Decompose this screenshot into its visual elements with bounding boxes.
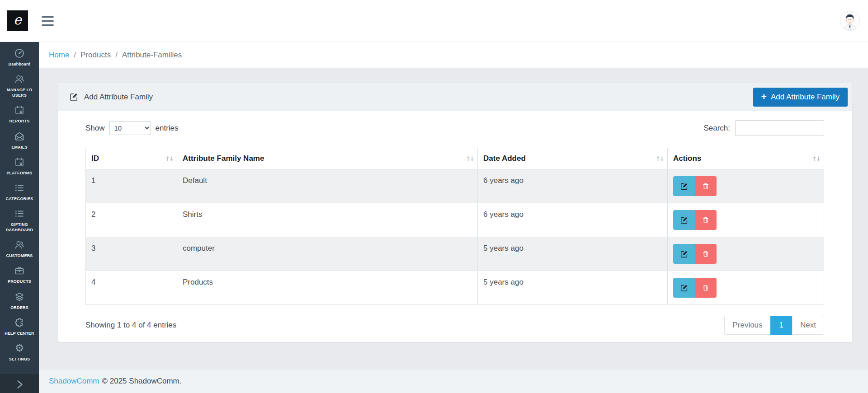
breadcrumb-products[interactable]: Products (80, 51, 111, 60)
sidebar-item-settings[interactable]: ⚙ SETTINGS (0, 339, 39, 365)
page-length-control: Show 10 entries (85, 121, 179, 135)
trash-icon (702, 216, 709, 224)
trash-icon (702, 250, 709, 257)
cell-actions (668, 237, 824, 271)
sidebar-item-products[interactable]: PRODUCTS (0, 262, 39, 287)
user-avatar[interactable] (840, 11, 860, 31)
calendar-icon (14, 104, 25, 116)
footer-copyright: © 2025 ShadowComm. (102, 377, 182, 386)
edit-button[interactable] (673, 210, 695, 230)
table-info: Showing 1 to 4 of 4 entries (85, 321, 176, 330)
briefcase-icon (14, 265, 25, 276)
list-icon (14, 208, 25, 220)
sidebar-item-help-center[interactable]: HELP CENTER (0, 313, 39, 339)
cell-actions (668, 169, 824, 203)
cell-name: Default (177, 169, 478, 203)
gear-icon: ⚙ (14, 342, 25, 354)
sort-icon: ↑↓ (812, 155, 820, 162)
sidebar-item-orders[interactable]: ORDERS (0, 288, 39, 313)
page-length-select[interactable]: 10 (109, 121, 151, 135)
column-header-id[interactable]: ID ↑↓ (86, 148, 177, 169)
cell-name: Shirts (177, 203, 478, 237)
puzzle-icon (14, 317, 25, 328)
users-icon (14, 239, 25, 251)
column-header-name[interactable]: Attribute Family Name ↑↓ (177, 148, 478, 169)
trash-icon (702, 182, 709, 190)
sort-icon: ↑↓ (466, 155, 474, 162)
app-logo[interactable]: e (7, 10, 28, 31)
sidebar-item-categories[interactable]: CATEGORIES (0, 179, 39, 205)
breadcrumb: Home / Products / Attribute-Families (39, 42, 868, 69)
search-label: Search: (703, 124, 730, 133)
users-icon (14, 73, 25, 85)
card-title: Add Attribute Family (84, 93, 153, 102)
sidebar-item-label: CUSTOMERS (6, 253, 33, 258)
breadcrumb-separator: / (115, 51, 118, 60)
edit-square-icon (680, 250, 688, 258)
column-header-date-added[interactable]: Date Added ↑↓ (478, 148, 668, 169)
cell-date-added: 6 years ago (478, 169, 668, 203)
search-input[interactable] (735, 120, 824, 136)
trash-icon (702, 284, 709, 291)
sidebar-item-reports[interactable]: REPORTS (0, 101, 39, 127)
sidebar-item-platforms[interactable]: PLATFORMS (0, 153, 39, 179)
footer: ShadowComm © 2025 ShadowComm. (39, 370, 868, 393)
delete-button[interactable] (695, 278, 717, 298)
main-area: Home / Products / Attribute-Families Add… (39, 42, 868, 393)
table-footer: Showing 1 to 4 of 4 entries Previous 1 N… (85, 316, 824, 335)
sidebar-item-customers[interactable]: CUSTOMERS (0, 236, 39, 262)
add-attribute-family-button[interactable]: + Add Attribute Family (753, 88, 848, 107)
card-body: Show 10 entries Search: (58, 111, 852, 335)
sidebar-item-gifting-dashboard[interactable]: GIFTING DASHBOARD (0, 205, 39, 236)
pagination-page-1-button[interactable]: 1 (770, 316, 793, 335)
sidebar-collapse-toggle[interactable] (0, 374, 39, 393)
mail-open-icon (14, 131, 25, 142)
column-header-actions[interactable]: Actions ↑↓ (668, 148, 824, 169)
attribute-families-table: ID ↑↓ Attribute Family Name ↑↓ Date Adde… (85, 148, 824, 305)
breadcrumb-attribute-families: Attribute-Families (122, 51, 182, 60)
table-toolbar: Show 10 entries Search: (85, 120, 824, 136)
sidebar-item-dashboard[interactable]: Dashboard (0, 42, 39, 70)
cell-date-added: 6 years ago (478, 203, 668, 237)
layers-icon (14, 291, 25, 303)
sidebar-item-label: REPORTS (9, 118, 30, 124)
sidebar-item-label: MANAGE LD USERS (1, 87, 38, 98)
sidebar-item-label: EMAILS (11, 145, 27, 150)
sidebar-item-label: CATEGORIES (6, 196, 33, 201)
menu-toggle-icon[interactable] (39, 14, 57, 28)
cell-id: 4 (86, 271, 177, 305)
sidebar-item-label: Dashboard (9, 61, 31, 67)
edit-square-icon (70, 93, 78, 101)
pagination: Previous 1 Next (724, 316, 824, 335)
sidebar-item-label: PLATFORMS (6, 170, 32, 176)
delete-button[interactable] (695, 210, 717, 230)
sidebar-item-manage-ld-users[interactable]: MANAGE LD USERS (0, 70, 39, 101)
cell-actions (668, 271, 824, 305)
sidebar-item-label: PRODUCTS (8, 279, 31, 284)
calendar-icon (14, 156, 25, 168)
edit-button[interactable] (673, 176, 695, 196)
show-label: Show (85, 124, 105, 133)
avatar-illustration (840, 11, 859, 30)
table-row: 1 Default 6 years ago (86, 169, 824, 203)
chevron-right-icon (14, 379, 25, 390)
delete-button[interactable] (695, 176, 717, 196)
sort-icon: ↑↓ (165, 155, 173, 162)
footer-brand-link[interactable]: ShadowComm (49, 377, 99, 386)
pagination-next-button[interactable]: Next (792, 316, 824, 335)
pagination-previous-button[interactable]: Previous (724, 316, 770, 335)
logo-letter: e (14, 13, 22, 28)
delete-button[interactable] (695, 244, 717, 264)
sidebar-item-emails[interactable]: EMAILS (0, 127, 39, 153)
edit-square-icon (680, 216, 688, 224)
table-search-control: Search: (703, 120, 824, 136)
breadcrumb-home-link[interactable]: Home (49, 51, 69, 60)
page-content: Add Attribute Family + Add Attribute Fam… (39, 69, 868, 370)
sidebar-item-label: SETTINGS (9, 356, 30, 362)
edit-button[interactable] (673, 278, 695, 298)
edit-button[interactable] (673, 244, 695, 264)
table-header-row: ID ↑↓ Attribute Family Name ↑↓ Date Adde… (86, 148, 824, 169)
breadcrumb-separator: / (74, 51, 76, 60)
cell-id: 2 (86, 203, 177, 237)
cell-name: computer (177, 237, 478, 271)
